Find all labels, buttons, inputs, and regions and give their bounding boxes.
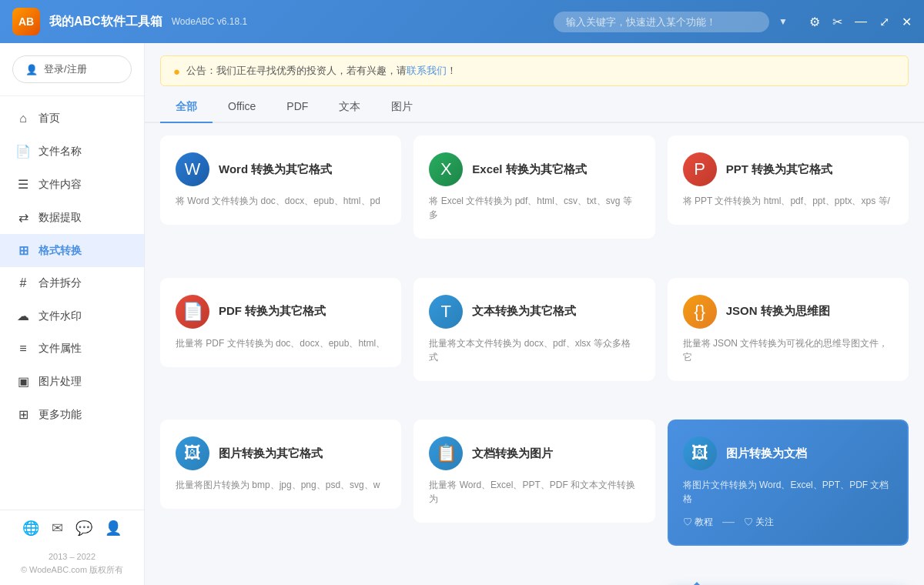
nav-icon-filename: 📄 — [15, 144, 31, 159]
card-icon-img-to-doc: 🖼 — [683, 436, 717, 470]
card-wrapper-excel-convert: X Excel 转换为其它格式 将 Excel 文件转换为 pdf、html、c… — [413, 135, 654, 266]
card-desc-img-to-doc: 将图片文件转换为 Word、Excel、PPT、PDF 文档格 — [683, 478, 893, 506]
card-icon-doc-to-img: 📋 — [429, 436, 463, 470]
follow-tag[interactable]: ♡ 关注 — [744, 516, 774, 529]
card-icon-json-convert: {} — [683, 295, 717, 329]
sidebar-item-more[interactable]: ⊞更多功能 — [0, 398, 144, 431]
tab-all[interactable]: 全部 — [160, 92, 213, 123]
tab-pdf[interactable]: PDF — [271, 92, 323, 123]
card-wrapper-ppt-convert: P PPT 转换为其它格式 将 PPT 文件转换为 html、pdf、ppt、p… — [668, 135, 909, 266]
nav-icon-formatconvert: ⊞ — [15, 243, 31, 258]
card-json-convert[interactable]: {} JSON 转换为思维图 批量将 JSON 文件转换为可视化的思维导图文件，… — [668, 278, 909, 381]
announcement-icon: ● — [173, 65, 180, 78]
card-wrapper-img-convert: 🖼 图片转换为其它格式 批量将图片转换为 bmp、jpg、png、psd、svg… — [160, 420, 401, 573]
search-dropdown[interactable]: ▼ — [778, 16, 788, 27]
tutorial-tag[interactable]: ♡ 教程 — [683, 516, 713, 529]
card-icon-excel-convert: X — [429, 152, 463, 186]
app-title: 我的ABC软件工具箱 — [49, 14, 162, 30]
tabs-bar: 全部OfficePDF文本图片 — [145, 92, 924, 123]
card-footer-img-to-doc: ♡ 教程 — ♡ 关注 — [683, 515, 893, 529]
card-excel-convert[interactable]: X Excel 转换为其它格式 将 Excel 文件转换为 pdf、html、c… — [413, 135, 654, 239]
card-pdf-convert[interactable]: 📄 PDF 转换为其它格式 批量将 PDF 文件转换为 doc、docx、epu… — [160, 278, 401, 367]
card-icon-ppt-convert: P — [683, 152, 717, 186]
scissors-icon[interactable]: ✂ — [832, 15, 842, 29]
card-desc-excel-convert: 将 Excel 文件转换为 pdf、html、csv、txt、svg 等多 — [429, 194, 639, 222]
chat-icon[interactable]: 💬 — [75, 520, 92, 537]
search-input[interactable] — [554, 12, 769, 32]
nav-label-more: 更多功能 — [38, 408, 82, 422]
nav-label-dataextract: 数据提取 — [38, 211, 82, 225]
sidebar-item-imageprocess[interactable]: ▣图片处理 — [0, 365, 144, 398]
card-header-json-convert: {} JSON 转换为思维图 — [683, 295, 893, 329]
nav-label-formatconvert: 格式转换 — [38, 244, 82, 258]
card-header-doc-to-img: 📋 文档转换为图片 — [429, 436, 639, 470]
announcement-bar: ● 公告：我们正在寻找优秀的投资人，若有兴趣，请联系我们！ — [160, 55, 909, 86]
cards-grid: W Word 转换为其它格式 将 Word 文件转换为 doc、docx、epu… — [145, 123, 924, 585]
sidebar-item-filename[interactable]: 📄文件名称 — [0, 135, 144, 168]
card-doc-to-img[interactable]: 📋 文档转换为图片 批量将 Word、Excel、PPT、PDF 和文本文件转换… — [413, 420, 654, 523]
maximize-icon[interactable]: ⤢ — [879, 15, 889, 29]
sidebar-copyright: 2013 – 2022 © WodeABC.com 版权所有 — [0, 546, 144, 585]
card-title-json-convert: JSON 转换为思维图 — [726, 304, 830, 319]
card-header-img-to-doc: 🖼 图片转换为文档 — [683, 436, 893, 470]
card-wrapper-word-convert: W Word 转换为其它格式 将 Word 文件转换为 doc、docx、epu… — [160, 135, 401, 266]
titlebar: AB 我的ABC软件工具箱 WodeABC v6.18.1 ▼ ⚙ ✂ — ⤢ … — [0, 0, 924, 43]
app-logo: AB — [12, 8, 40, 35]
sidebar-item-fileprops[interactable]: ≡文件属性 — [0, 333, 144, 365]
tab-office[interactable]: Office — [213, 92, 271, 123]
nav-label-imageprocess: 图片处理 — [38, 375, 82, 389]
card-desc-img-convert: 批量将图片转换为 bmp、jpg、png、psd、svg、w — [176, 478, 386, 492]
card-header-img-convert: 🖼 图片转换为其它格式 — [176, 436, 386, 470]
card-text-convert[interactable]: T 文本转换为其它格式 批量将文本文件转换为 docx、pdf、xlsx 等众多… — [413, 278, 654, 381]
browser-icon[interactable]: 🌐 — [22, 520, 39, 537]
login-button[interactable]: 👤 登录/注册 — [12, 55, 132, 83]
user2-icon[interactable]: 👤 — [105, 520, 122, 537]
nav-icon-fileprops: ≡ — [15, 342, 31, 356]
nav-label-fileprops: 文件属性 — [38, 342, 82, 356]
card-ppt-convert[interactable]: P PPT 转换为其它格式 将 PPT 文件转换为 html、pdf、ppt、p… — [668, 135, 909, 225]
nav-label-filecontent: 文件内容 — [38, 178, 82, 192]
nav-label-mergesplit: 合并拆分 — [38, 276, 82, 290]
sidebar-item-home[interactable]: ⌂首页 — [0, 102, 144, 135]
card-icon-word-convert: W — [176, 152, 209, 186]
nav-icon-mergesplit: # — [15, 276, 31, 290]
user-icon: 👤 — [25, 64, 38, 75]
tab-image[interactable]: 图片 — [376, 92, 428, 123]
card-header-text-convert: T 文本转换为其它格式 — [429, 295, 639, 329]
card-wrapper-pdf-convert: 📄 PDF 转换为其它格式 批量将 PDF 文件转换为 doc、docx、epu… — [160, 278, 401, 408]
minimize-icon[interactable]: — — [855, 15, 867, 28]
sidebar-item-formatconvert[interactable]: ⊞格式转换 — [0, 234, 144, 267]
email-icon[interactable]: ✉ — [52, 520, 63, 537]
card-img-convert[interactable]: 🖼 图片转换为其它格式 批量将图片转换为 bmp、jpg、png、psd、svg… — [160, 420, 401, 509]
sidebar-item-watermark[interactable]: ☁文件水印 — [0, 299, 144, 333]
sidebar-item-dataextract[interactable]: ⇄数据提取 — [0, 201, 144, 234]
card-title-doc-to-img: 文档转换为图片 — [472, 446, 553, 461]
settings-icon[interactable]: ⚙ — [809, 15, 820, 29]
sidebar: 👤 登录/注册 ⌂首页📄文件名称☰文件内容⇄数据提取⊞格式转换#合并拆分☁文件水… — [0, 43, 145, 585]
card-title-img-convert: 图片转换为其它格式 — [219, 446, 323, 461]
nav-icon-filecontent: ☰ — [15, 177, 31, 192]
announcement-link[interactable]: 联系我们 — [407, 65, 447, 76]
card-header-ppt-convert: P PPT 转换为其它格式 — [683, 152, 893, 186]
card-title-pdf-convert: PDF 转换为其它格式 — [219, 304, 326, 319]
titlebar-actions: ⚙ ✂ — ⤢ ✕ — [809, 15, 912, 29]
card-title-excel-convert: Excel 转换为其它格式 — [472, 162, 586, 177]
card-title-img-to-doc: 图片转换为文档 — [726, 446, 807, 461]
app-version: WodeABC v6.18.1 — [172, 16, 248, 27]
nav-icon-more: ⊞ — [15, 407, 31, 422]
card-wrapper-text-convert: T 文本转换为其它格式 批量将文本文件转换为 docx、pdf、xlsx 等众多… — [413, 278, 654, 408]
nav-label-watermark: 文件水印 — [38, 309, 82, 323]
card-header-excel-convert: X Excel 转换为其它格式 — [429, 152, 639, 186]
close-icon[interactable]: ✕ — [902, 15, 912, 29]
card-img-to-doc[interactable]: 🖼 图片转换为文档 将图片文件转换为 Word、Excel、PPT、PDF 文档… — [668, 420, 909, 546]
card-wrapper-img-to-doc: 🖼 图片转换为文档 将图片文件转换为 Word、Excel、PPT、PDF 文档… — [668, 420, 909, 573]
sidebar-item-filecontent[interactable]: ☰文件内容 — [0, 168, 144, 201]
sidebar-footer: 🌐 ✉ 💬 👤 — [0, 510, 144, 546]
nav-icon-home: ⌂ — [15, 112, 31, 125]
announcement-text: 公告：我们正在寻找优秀的投资人，若有兴趣，请联系我们！ — [186, 64, 457, 78]
card-word-convert[interactable]: W Word 转换为其它格式 将 Word 文件转换为 doc、docx、epu… — [160, 135, 401, 225]
card-title-word-convert: Word 转换为其它格式 — [219, 162, 332, 177]
tab-text[interactable]: 文本 — [323, 92, 376, 123]
sidebar-nav: ⌂首页📄文件名称☰文件内容⇄数据提取⊞格式转换#合并拆分☁文件水印≡文件属性▣图… — [0, 96, 144, 510]
sidebar-item-mergesplit[interactable]: #合并拆分 — [0, 267, 144, 299]
